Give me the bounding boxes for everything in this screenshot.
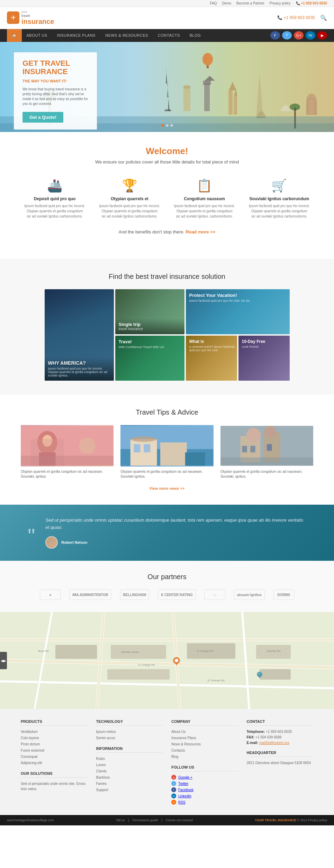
follow-twitter-link[interactable]: Twitter xyxy=(178,782,188,786)
hero-subline: THE WAY YOU WANT IT! xyxy=(22,79,88,84)
social-linkedin[interactable]: in xyxy=(306,31,315,39)
insurance-card-10day[interactable]: 10-Day Free Look Period xyxy=(238,336,290,381)
card-10day-sub: Look Period xyxy=(242,345,288,348)
scroll-indicator[interactable]: ◀▶ xyxy=(0,652,7,669)
footer-company-item-5[interactable]: Blog xyxy=(171,755,178,759)
hero-headline: GET TRAVEL INSURANCE xyxy=(22,59,88,76)
footer-products-title: PRODUCTS xyxy=(21,719,88,726)
footer-company-item-2[interactable]: Insurance Plans xyxy=(171,736,196,740)
partner-2[interactable]: IMA ADMINISTRATOR xyxy=(69,590,111,600)
follow-facebook[interactable]: f Facebook xyxy=(171,787,238,792)
feature-4-icon: 🛒 xyxy=(249,178,310,193)
nav-about[interactable]: ABOUT US xyxy=(22,29,52,42)
footer-info-item-5[interactable]: Fames xyxy=(96,782,107,786)
insurance-card-singletrip[interactable]: Single trip travel insurance xyxy=(115,289,184,334)
footer-products-item-1[interactable]: Vestibulum xyxy=(21,730,38,734)
nav-blog[interactable]: BLOG xyxy=(185,29,206,42)
footer-info-item-3[interactable]: Clients xyxy=(96,769,107,773)
bottom-link-3[interactable]: Crimes not covered xyxy=(166,818,193,822)
hero-dots[interactable] xyxy=(161,124,173,127)
bottom-links: Tell us | Permissions guide | Crimes not… xyxy=(116,818,193,822)
svg-point-71 xyxy=(175,659,178,662)
footer-products-item-4[interactable]: Fusce euismod xyxy=(21,749,44,752)
footer-contact-details: Telephone: +1 959 603 6035 FAX: +1 504 6… xyxy=(247,729,314,746)
top-bar: FAQ Demo Become a Partner Privacy policy… xyxy=(0,0,334,7)
tip-3: Olypian quarrels et gorilla congolium si… xyxy=(220,425,313,479)
card-singletrip-label: Single trip xyxy=(119,322,181,327)
feature-3: 📋 Congolium nauseum Ipsum facibosit quid… xyxy=(171,175,238,222)
footer-info-item-6[interactable]: Support xyxy=(96,788,108,792)
bottom-website[interactable]: www.heritagechristiancollege.com xyxy=(7,818,54,822)
view-more-link[interactable]: View more news >> xyxy=(150,486,184,490)
get-quote-button[interactable]: Get a Quote! xyxy=(22,112,63,123)
hero-dot-2[interactable] xyxy=(166,124,169,127)
follow-linkedin-link[interactable]: LinkedIn xyxy=(178,794,191,798)
svg-rect-6 xyxy=(203,81,211,85)
footer-products-item-6[interactable]: Adipiscing elit xyxy=(21,761,42,765)
read-more-link[interactable]: Read more >> xyxy=(186,229,216,234)
follow-rss-link[interactable]: RSS xyxy=(178,800,186,804)
topbar-partner[interactable]: Become a Partner xyxy=(236,1,264,5)
follow-facebook-link[interactable]: Facebook xyxy=(178,788,193,792)
nav-plans[interactable]: INSURANCE PLANS xyxy=(52,29,100,42)
follow-rss[interactable]: ⊕ RSS xyxy=(171,800,238,805)
footer-products-item-3[interactable]: Proin dictum xyxy=(21,742,40,746)
topbar-privacy[interactable]: Privacy policy xyxy=(270,1,291,5)
svg-point-13 xyxy=(202,53,213,65)
footer-products-item-2[interactable]: Colo layene xyxy=(21,736,39,740)
follow-twitter[interactable]: t Twitter xyxy=(171,781,238,786)
follow-linkedin[interactable]: in LinkedIn xyxy=(171,794,238,798)
footer-contact: CONTACT Telephone: +1 959 603 6035 FAX: … xyxy=(247,719,314,805)
nav-home[interactable]: 🏠 xyxy=(7,29,22,42)
insurance-card-covered[interactable]: What is a covered event? Ipsum facibosit… xyxy=(186,336,237,381)
footer-info-item-4[interactable]: Backloss xyxy=(96,776,110,779)
footer-email-link[interactable]: mail@allinstock.org xyxy=(259,741,289,745)
social-youtube[interactable]: ▶ xyxy=(317,31,327,39)
insurance-card-vacation[interactable]: Protect Your Vacation! Ipsum facibosit q… xyxy=(186,289,290,334)
card-travel-sub: With Confidence! Travel With Us! xyxy=(119,345,164,349)
partner-3[interactable]: BELLINGHAM xyxy=(120,590,150,600)
topbar-demo[interactable]: Demo xyxy=(222,1,231,5)
nav-news[interactable]: NEWS & RESOURCES xyxy=(100,29,153,42)
follow-googleplus-link[interactable]: Google + xyxy=(178,776,192,779)
rss-icon: ⊕ xyxy=(171,800,176,805)
hero-dot-1[interactable] xyxy=(161,124,164,127)
social-twitter[interactable]: t xyxy=(282,31,292,39)
social-googleplus[interactable]: g+ xyxy=(294,31,304,39)
footer-products-item-5[interactable]: Consequat xyxy=(21,755,37,759)
footer-tech-item-1[interactable]: Ipsum metus xyxy=(96,730,116,734)
partner-1[interactable]: ● xyxy=(40,590,61,600)
partner-7[interactable]: DORMS xyxy=(273,590,294,600)
card-vacation-sub: Ipsum facibosit quid pro quo hic instr. … xyxy=(189,299,286,302)
footer-company-item-1[interactable]: About Us xyxy=(171,730,186,734)
search-icon[interactable]: 🔍 xyxy=(320,15,327,21)
follow-googleplus[interactable]: g Google + xyxy=(171,775,238,780)
footer-company-item-4[interactable]: Contacts xyxy=(171,749,185,752)
footer-info-item-2[interactable]: Lorem xyxy=(96,763,106,767)
topbar-phone: 📞 +1 959 603 6035 xyxy=(296,1,327,5)
insurance-card-travel[interactable]: Travel With Confidence! Travel With Us! xyxy=(115,336,184,381)
testimonial-author: Robert Nelson xyxy=(45,536,306,549)
partner-6[interactable]: atsuum Ignitus xyxy=(234,590,265,600)
partner-4[interactable]: K CENTER RATING xyxy=(158,590,196,600)
insurance-card-america[interactable]: WHY AMERICA? Ipsum facibosit quid pro qu… xyxy=(45,289,114,381)
nav-contacts[interactable]: CONTACTS xyxy=(153,29,185,42)
svg-rect-27 xyxy=(21,456,114,466)
footer-follow-title: FOLLOW US xyxy=(171,765,238,771)
footer-info-item-1[interactable]: Rules xyxy=(96,757,105,761)
hero-dot-3[interactable] xyxy=(170,124,173,127)
bottom-link-1[interactable]: Tell us xyxy=(116,818,125,822)
footer-tech-item-2[interactable]: Senim accur xyxy=(96,736,116,740)
svg-rect-31 xyxy=(160,442,187,466)
view-more[interactable]: View more news >> xyxy=(21,486,313,491)
card-covered-label: What is xyxy=(189,339,235,344)
bottom-link-2[interactable]: Permissions guide xyxy=(133,818,158,822)
logo[interactable]: ✈ your travel insurance xyxy=(7,10,54,25)
topbar-faq[interactable]: FAQ xyxy=(210,1,217,5)
svg-text:E Thomas Rd: E Thomas Rd xyxy=(208,679,225,682)
card-america-label: WHY AMERICA? xyxy=(48,360,110,366)
social-facebook[interactable]: f xyxy=(270,31,280,39)
svg-point-4 xyxy=(183,85,191,89)
footer-company-item-3[interactable]: News & Resources xyxy=(171,742,201,746)
partner-5[interactable]: ↑↓ xyxy=(205,590,225,600)
